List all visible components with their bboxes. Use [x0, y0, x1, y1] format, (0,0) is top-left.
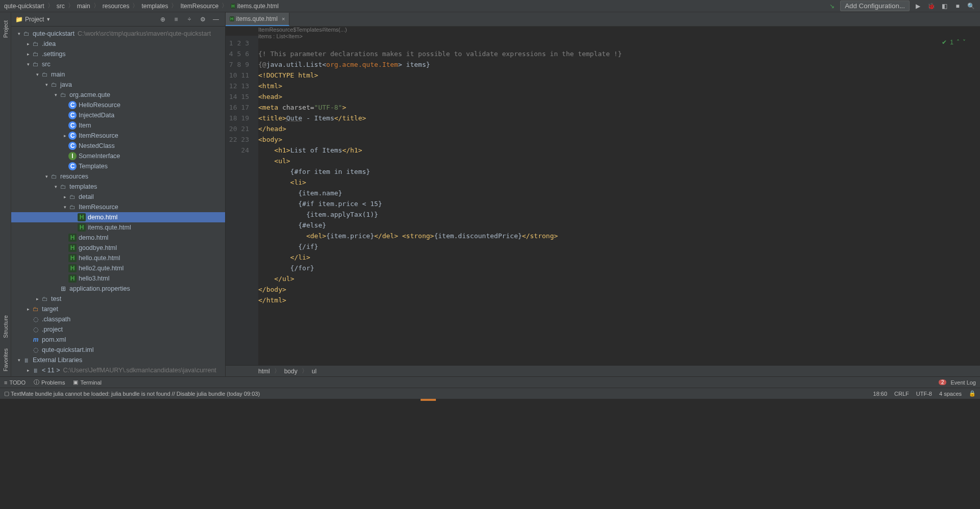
tree-arrow-icon[interactable]: ▾ — [52, 92, 59, 97]
expand-all-icon[interactable]: ≡ — [171, 14, 181, 24]
tree-node[interactable]: ▸🗀.settings — [11, 49, 225, 59]
tree-node[interactable]: ▸⫼< 11 >C:\Users\JeffMAURY\.sdkman\candi… — [11, 365, 225, 375]
editor-tab[interactable]: H items.qute.html × — [226, 13, 289, 26]
tree-node[interactable]: CTemplates — [11, 161, 225, 171]
editor-tabs: H items.qute.html × — [226, 12, 980, 27]
tree-node[interactable]: ⊞application.properties — [11, 284, 225, 294]
search-everywhere-icon[interactable]: 🔍 — [966, 1, 976, 11]
todo-tool-button[interactable]: ≡TODO — [4, 379, 26, 386]
tree-node[interactable]: Hgoodbye.html — [11, 243, 225, 253]
breadcrumb-item[interactable]: ItemResource — [180, 3, 218, 10]
tree-node[interactable]: ▸🗀test — [11, 294, 225, 304]
tree-node[interactable]: ▾🗀main — [11, 69, 225, 80]
tree-arrow-icon[interactable]: ▾ — [15, 31, 22, 36]
tree-arrow-icon[interactable]: ▾ — [24, 62, 32, 67]
tree-node[interactable]: Hhello3.html — [11, 273, 225, 284]
tree-node[interactable]: mpom.xml — [11, 335, 225, 345]
tree-arrow-icon[interactable]: ▸ — [61, 194, 68, 199]
tree-arrow-icon[interactable]: ▸ — [24, 41, 32, 46]
tree-label: HelloResource — [79, 101, 120, 109]
tree-node[interactable]: ▾🗀java — [11, 80, 225, 90]
tree-node[interactable]: ▾🗀qute-quickstartC:\work\src\tmp\quarkus… — [11, 29, 225, 39]
breadcrumb-item[interactable]: templates — [141, 3, 168, 10]
tree-arrow-icon[interactable]: ▾ — [61, 205, 68, 210]
stop-icon[interactable]: ■ — [952, 1, 963, 11]
tree-node[interactable]: Hitems.qute.html — [11, 222, 225, 233]
bottom-tool-window-stripe: ≡TODO ⓘProblems ▣Terminal 2 Event Log — [0, 376, 980, 388]
code-editor[interactable]: 💡{! This parameter declarations makes it… — [258, 36, 980, 365]
tree-node[interactable]: ◌.project — [11, 324, 225, 335]
maven-icon: m — [32, 336, 40, 344]
tree-arrow-icon[interactable]: ▾ — [43, 174, 50, 179]
structure-tool-button[interactable]: Structure — [3, 315, 9, 338]
file-encoding[interactable]: UTF-8 — [916, 391, 932, 397]
breadcrumb-item[interactable]: src — [57, 3, 65, 10]
hide-icon[interactable]: — — [211, 14, 221, 24]
class-icon: C — [68, 121, 77, 130]
tree-node[interactable]: ▾🗀src — [11, 59, 225, 69]
tree-node[interactable]: ▾🗀resources — [11, 171, 225, 182]
build-icon[interactable]: ↘ — [827, 1, 837, 11]
breadcrumb-item[interactable]: qute-quickstart — [4, 3, 44, 10]
project-tree[interactable]: ▾🗀qute-quickstartC:\work\src\tmp\quarkus… — [11, 27, 225, 376]
breadcrumb-item[interactable]: items.qute.html — [237, 3, 279, 10]
favorites-tool-button[interactable]: Favorites — [3, 348, 9, 371]
tree-node[interactable]: ▾🗀ItemResource — [11, 202, 225, 212]
terminal-tool-button[interactable]: ▣Terminal — [73, 379, 102, 386]
crumb-item[interactable]: body — [284, 368, 298, 375]
tree-node[interactable]: ▸🗀detail — [11, 192, 225, 202]
tree-node[interactable]: ▾🗀templates — [11, 182, 225, 192]
project-view-selector[interactable]: 📁 Project ▼ — [15, 16, 51, 23]
add-configuration-button[interactable]: Add Configuration... — [840, 1, 910, 11]
tree-node[interactable]: ▾🗀org.acme.qute — [11, 90, 225, 100]
debug-icon[interactable]: 🐞 — [926, 1, 936, 11]
locate-icon[interactable]: ⊕ — [158, 14, 168, 24]
problems-tool-button[interactable]: ⓘProblems — [34, 378, 65, 386]
lock-icon[interactable]: 🔒 — [969, 390, 976, 397]
line-separator[interactable]: CRLF — [894, 391, 909, 397]
breadcrumb-item[interactable]: main — [77, 3, 90, 10]
coverage-icon[interactable]: ◧ — [939, 1, 949, 11]
html-file-icon: H — [68, 264, 77, 272]
tree-label: NestedClass — [79, 142, 115, 149]
tree-node[interactable]: ▸⫼Maven: com.fasterxml.jackson.core:jack… — [11, 375, 225, 376]
tree-node[interactable]: Hhello.qute.html — [11, 253, 225, 263]
tree-node[interactable]: ▸CItemResource — [11, 131, 225, 141]
tree-node[interactable]: CInjectedData — [11, 110, 225, 120]
crumb-item[interactable]: html — [258, 368, 270, 375]
close-tab-icon[interactable]: × — [282, 16, 285, 22]
tree-arrow-icon[interactable]: ▸ — [24, 307, 32, 312]
tree-arrow-icon[interactable]: ▾ — [52, 184, 59, 189]
tree-node[interactable]: CHelloResource — [11, 100, 225, 110]
tree-arrow-icon[interactable]: ▾ — [15, 358, 22, 363]
event-log-button[interactable]: Event Log — [950, 379, 976, 386]
tree-node[interactable]: Hdemo.html — [11, 212, 225, 222]
collapse-all-icon[interactable]: ÷ — [184, 14, 194, 24]
project-tool-button[interactable]: Project — [3, 20, 9, 38]
html-file-icon: H — [230, 16, 234, 21]
run-icon[interactable]: ▶ — [913, 1, 923, 11]
tree-node[interactable]: CItem — [11, 120, 225, 131]
tree-node[interactable]: ▸🗀target — [11, 304, 225, 314]
cursor-position[interactable]: 18:60 — [873, 391, 888, 397]
settings-icon[interactable]: ⚙ — [198, 14, 208, 24]
tree-arrow-icon[interactable]: ▾ — [34, 72, 41, 77]
tree-node[interactable]: Hdemo.html — [11, 233, 225, 243]
tree-node[interactable]: CNestedClass — [11, 141, 225, 151]
tree-node[interactable]: ▾⫼External Libraries — [11, 355, 225, 365]
folder-icon: 🗀 — [68, 203, 77, 211]
indent-info[interactable]: 4 spaces — [939, 391, 962, 397]
tree-node[interactable]: ISomeInterface — [11, 151, 225, 161]
tree-arrow-icon[interactable]: ▸ — [24, 368, 32, 373]
breadcrumb-item[interactable]: resources — [103, 3, 130, 10]
tree-node[interactable]: Hhello2.qute.html — [11, 263, 225, 273]
status-message[interactable]: TextMate bundle julia cannot be loaded: … — [11, 391, 260, 397]
tree-arrow-icon[interactable]: ▾ — [43, 82, 50, 87]
crumb-item[interactable]: ul — [312, 368, 316, 375]
tree-arrow-icon[interactable]: ▸ — [24, 52, 32, 57]
tree-node[interactable]: ◌qute-quickstart.iml — [11, 345, 225, 355]
tree-node[interactable]: ▸🗀.idea — [11, 39, 225, 49]
tree-arrow-icon[interactable]: ▸ — [61, 133, 68, 138]
tree-arrow-icon[interactable]: ▸ — [34, 296, 41, 301]
tree-node[interactable]: ◌.classpath — [11, 314, 225, 324]
